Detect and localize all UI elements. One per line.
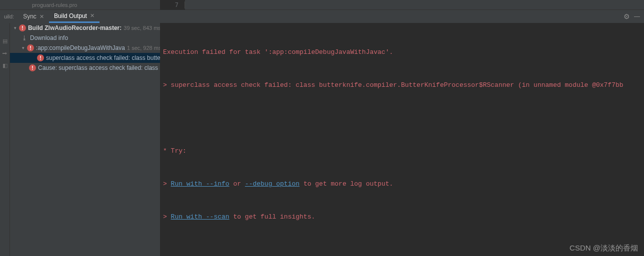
tab-sync[interactable]: Sync ✕ xyxy=(18,10,49,23)
tree-download-info[interactable]: ⭳ Download info xyxy=(10,33,160,43)
chevron-down-icon: ▾ xyxy=(20,45,27,50)
console-line: > Run with --info or --debug option to g… xyxy=(160,179,644,190)
chevron-down-icon: ▾ xyxy=(12,25,19,30)
build-label: uild: xyxy=(0,13,18,19)
close-icon[interactable]: ✕ xyxy=(90,12,94,19)
close-icon[interactable]: ✕ xyxy=(40,13,44,20)
console-line xyxy=(160,113,644,124)
download-icon: ⭳ xyxy=(21,34,28,41)
console-line: > superclass access check failed: class … xyxy=(160,80,644,91)
tree-icon[interactable]: ◧ xyxy=(2,62,8,69)
gear-icon[interactable]: ⚙ xyxy=(624,12,630,20)
tree-error-selected[interactable]: ! superclass access check failed: class … xyxy=(10,53,160,63)
error-icon: ! xyxy=(37,54,44,61)
tab-build-output[interactable]: Build Output ✕ xyxy=(49,10,100,23)
console-line: > Run with --scan to get full insights. xyxy=(160,212,644,223)
tree-task[interactable]: ▾ ! :app:compileDebugJavaWithJava1 sec, … xyxy=(10,43,160,53)
minimize-icon[interactable]: — xyxy=(634,13,640,20)
filter-icon[interactable]: ▤ xyxy=(2,38,8,44)
build-tab-bar: uild: Sync ✕ Build Output ✕ ⚙ — xyxy=(0,10,644,23)
build-console[interactable]: Execution failed for task ':app:compileD… xyxy=(160,23,644,256)
console-line: * Try: xyxy=(160,146,644,157)
error-icon: ! xyxy=(29,64,36,71)
debug-option-link[interactable]: --debug option xyxy=(245,180,300,188)
error-icon: ! xyxy=(19,24,26,31)
watermark: CSDN @淡淡的香烟 xyxy=(570,244,638,253)
error-icon: ! xyxy=(27,44,34,51)
console-line: Execution failed for task ':app:compileD… xyxy=(160,47,644,58)
tree-error-cause[interactable]: ! Cause: superclass access check failed:… xyxy=(10,63,160,73)
expand-icon[interactable]: ⮕ xyxy=(2,50,8,56)
project-file-label: proguard-rules.pro xyxy=(32,2,78,8)
tool-gutter: ▤ ⮕ ◧ xyxy=(0,23,10,256)
editor-line-number: 7 xyxy=(160,1,185,8)
run-info-link[interactable]: Run with --info xyxy=(171,180,230,188)
build-tree: ▾ ! Build ZlwAudioRecorder-master:39 sec… xyxy=(10,23,160,256)
tree-root[interactable]: ▾ ! Build ZlwAudioRecorder-master:39 sec… xyxy=(10,23,160,33)
run-scan-link[interactable]: Run with --scan xyxy=(171,213,230,221)
